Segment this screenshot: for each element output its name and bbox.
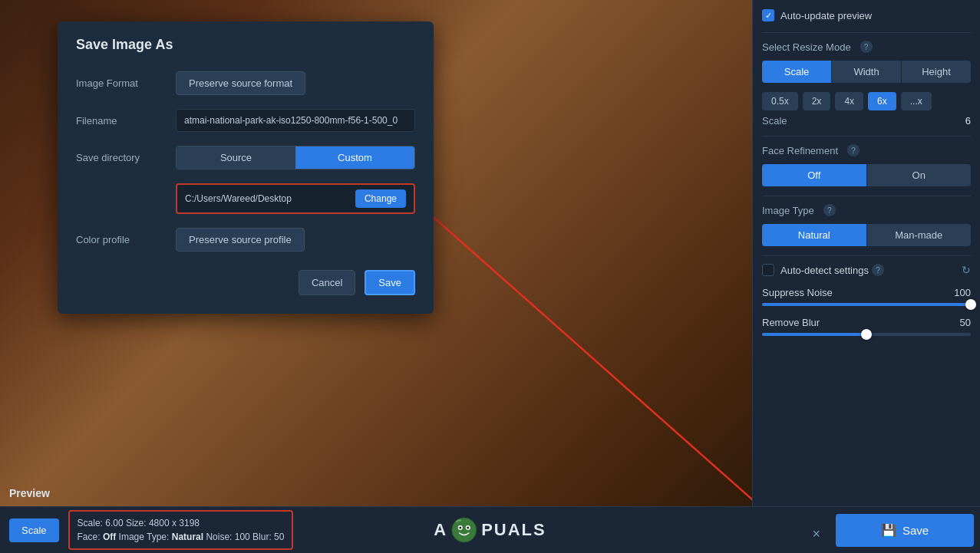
scale-0-5x-btn[interactable]: 0.5x — [762, 92, 798, 110]
image-format-label: Image Format — [76, 77, 176, 89]
save-directory-row: Save directory Source Custom — [76, 146, 415, 170]
suppress-noise-label: Suppress Noise — [762, 287, 833, 298]
scale-badge-button[interactable]: Scale — [9, 518, 59, 542]
auto-detect-row: Auto-detect settings ? ↻ — [762, 264, 971, 276]
filename-input[interactable] — [176, 109, 415, 132]
cancel-button[interactable]: Cancel — [299, 270, 355, 295]
resize-mode-row: Select Resize Mode ? — [762, 41, 971, 53]
logo-text: A — [434, 520, 447, 540]
man-made-btn[interactable]: Man-made — [867, 224, 972, 246]
face-refinement-help-icon[interactable]: ? — [847, 144, 860, 156]
dialog-title: Save Image As — [76, 37, 415, 53]
image-format-row: Image Format Preserve source format — [76, 71, 415, 95]
info-image-type-prefix: Image Type: — [116, 532, 172, 542]
auto-update-label: Auto-update preview — [780, 10, 872, 21]
preserve-source-format-button[interactable]: Preserve source format — [176, 71, 305, 95]
scale-custom-btn[interactable]: ...x — [901, 92, 932, 110]
bottom-info-box: Scale: 6.00 Size: 4800 x 3198 Face: Off … — [68, 510, 294, 550]
save-button[interactable]: Save — [365, 270, 415, 295]
remove-blur-label: Remove Blur — [762, 317, 820, 328]
suppress-noise-section: Suppress Noise 100 — [762, 287, 971, 306]
close-button[interactable]: × — [806, 523, 827, 545]
divider-1 — [762, 32, 971, 33]
divider-3 — [762, 196, 971, 196]
remove-blur-thumb[interactable] — [861, 329, 872, 340]
scale-value-number: 6 — [965, 115, 971, 127]
directory-box: C:/Users/Wareed/Desktop Change — [176, 183, 415, 214]
custom-toggle-btn[interactable]: Custom — [295, 146, 414, 169]
resize-mode-toggle: Scale Width Height — [762, 61, 971, 83]
divider-2 — [762, 136, 971, 137]
filename-value — [176, 109, 415, 132]
resize-mode-help-icon[interactable]: ? — [860, 41, 873, 53]
preserve-source-profile-button[interactable]: Preserve source profile — [176, 228, 305, 252]
save-image-dialog: Save Image As Image Format Preserve sour… — [58, 21, 434, 314]
suppress-noise-thumb[interactable] — [965, 299, 976, 310]
image-type-row: Image Type ? — [762, 204, 971, 216]
scale-options-group: 0.5x 2x 4x 6x ...x — [762, 92, 971, 110]
source-custom-toggle: Source Custom — [176, 146, 415, 170]
height-mode-btn[interactable]: Height — [902, 61, 971, 83]
face-off-btn[interactable]: Off — [762, 164, 867, 186]
image-format-value: Preserve source format — [176, 71, 415, 95]
info-image-type-value: Natural — [172, 532, 203, 542]
logo-area: A PUALS — [434, 506, 546, 553]
svg-point-5 — [467, 526, 470, 528]
natural-btn[interactable]: Natural — [762, 224, 867, 246]
bottom-bar: Scale Scale: 6.00 Size: 4800 x 3198 Face… — [0, 506, 980, 553]
source-toggle-btn[interactable]: Source — [177, 146, 295, 169]
info-face-value: Off — [103, 532, 116, 542]
auto-update-row: Auto-update preview — [762, 9, 971, 21]
svg-point-4 — [460, 526, 462, 528]
suppress-noise-track[interactable] — [762, 303, 971, 306]
remove-blur-value: 50 — [960, 317, 971, 328]
save-directory-label: Save directory — [76, 152, 176, 163]
dialog-footer: Cancel Save — [76, 270, 415, 295]
suppress-noise-fill — [762, 303, 971, 306]
directory-path-value: C:/Users/Wareed/Desktop Change — [176, 183, 415, 214]
image-type-help-icon[interactable]: ? — [823, 204, 836, 216]
directory-path-row: C:/Users/Wareed/Desktop Change — [76, 183, 415, 214]
save-directory-value: Source Custom — [176, 146, 415, 170]
color-profile-value: Preserve source profile — [176, 228, 415, 252]
auto-update-checkbox[interactable] — [762, 9, 774, 21]
scale-6x-btn[interactable]: 6x — [868, 92, 896, 110]
info-noise-blur: Noise: 100 Blur: 50 — [203, 532, 284, 542]
face-refinement-label: Face Refinement — [762, 145, 838, 156]
width-mode-btn[interactable]: Width — [832, 61, 902, 83]
face-refinement-row: Face Refinement ? — [762, 144, 971, 156]
scale-4x-btn[interactable]: 4x — [835, 92, 863, 110]
svg-point-1 — [452, 518, 477, 542]
logo-text-right: PUALS — [481, 520, 546, 540]
scale-2x-btn[interactable]: 2x — [803, 92, 831, 110]
save-floppy-icon: 💾 — [881, 523, 896, 538]
save-main-label: Save — [902, 524, 929, 537]
auto-detect-label: Auto-detect settings — [780, 265, 869, 276]
remove-blur-track[interactable] — [762, 333, 971, 336]
divider-4 — [762, 255, 971, 256]
right-panel: Auto-update preview Select Resize Mode ?… — [752, 0, 980, 506]
info-scale-text: Scale: 6.00 Size: 4800 x 3198 — [78, 518, 200, 528]
scale-mode-btn[interactable]: Scale — [762, 61, 832, 83]
image-type-toggle: Natural Man-made — [762, 224, 971, 246]
scale-value-label: Scale — [762, 115, 787, 127]
face-refinement-toggle: Off On — [762, 164, 971, 186]
change-directory-button[interactable]: Change — [355, 189, 406, 208]
color-profile-row: Color profile Preserve source profile — [76, 228, 415, 252]
scale-value-row: Scale 6 — [762, 115, 971, 127]
auto-detect-help-icon[interactable]: ? — [872, 264, 884, 276]
resize-mode-label: Select Resize Mode — [762, 41, 851, 53]
remove-blur-section: Remove Blur 50 — [762, 317, 971, 336]
save-main-button[interactable]: 💾 Save — [836, 514, 974, 547]
refresh-icon[interactable]: ↻ — [962, 264, 971, 276]
color-profile-label: Color profile — [76, 234, 176, 245]
directory-path-text: C:/Users/Wareed/Desktop — [185, 193, 349, 204]
image-type-label: Image Type — [762, 205, 814, 216]
logo-icon — [450, 516, 478, 544]
preview-label: Preview — [9, 487, 50, 499]
auto-detect-checkbox[interactable] — [762, 264, 774, 276]
face-on-btn[interactable]: On — [867, 164, 972, 186]
bottom-info-line1: Scale: 6.00 Size: 4800 x 3198 — [78, 516, 285, 530]
info-face-prefix: Face: — [78, 532, 103, 542]
remove-blur-label-row: Remove Blur 50 — [762, 317, 971, 328]
